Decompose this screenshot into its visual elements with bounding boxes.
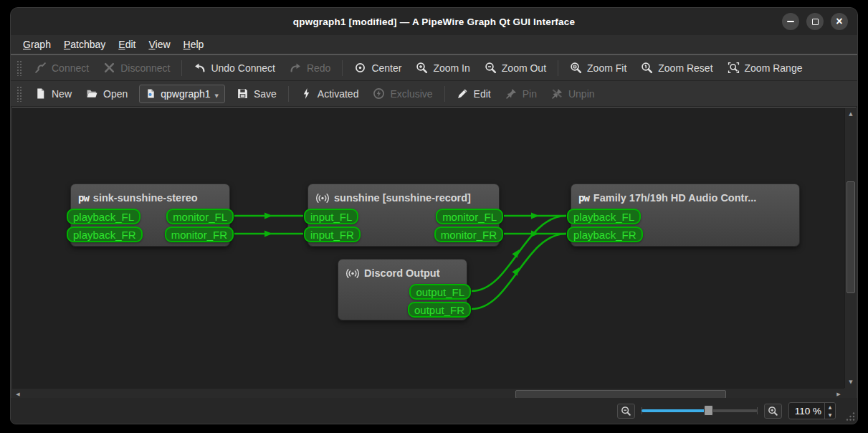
zoom-out-button[interactable]: Zoom Out bbox=[477, 58, 553, 77]
port-playback-fl[interactable]: playback_FL bbox=[567, 209, 641, 224]
scroll-down-button[interactable] bbox=[845, 376, 857, 388]
save-label: Save bbox=[254, 88, 277, 100]
zoom-in-icon bbox=[416, 62, 428, 74]
minimize-button[interactable] bbox=[782, 13, 799, 30]
vertical-scroll-thumb[interactable] bbox=[846, 181, 855, 293]
cable-arrow bbox=[264, 213, 272, 219]
cable-arrow bbox=[531, 213, 539, 219]
statusbar-zoom-out-button[interactable] bbox=[617, 404, 635, 419]
node-title: Discord Output bbox=[364, 267, 440, 279]
new-label: New bbox=[52, 88, 72, 100]
pin-button[interactable]: Pin bbox=[498, 84, 544, 103]
disconnect-icon bbox=[103, 62, 115, 74]
edit-label: Edit bbox=[474, 88, 491, 100]
undo-connect-button[interactable]: Undo Connect bbox=[186, 58, 282, 77]
toolbar-separator bbox=[181, 60, 182, 76]
node-header: Family 17h/19h HD Audio Contr... bbox=[571, 184, 799, 208]
port-playback-fr[interactable]: playback_FR bbox=[567, 227, 643, 242]
slider-track-filled[interactable] bbox=[642, 409, 709, 412]
exclusive-button[interactable]: Exclusive bbox=[366, 84, 439, 103]
patchbay-selector[interactable]: qpwgraph1 bbox=[139, 85, 225, 103]
maximize-button[interactable] bbox=[806, 13, 824, 30]
node-sunshine-record[interactable]: sunshine [sunshine-record] input_FL moni… bbox=[307, 184, 500, 247]
slider-track[interactable] bbox=[709, 409, 758, 412]
patchbay-selector-value: qpwgraph1 bbox=[161, 88, 210, 100]
toolbar-separator bbox=[342, 60, 343, 76]
zoom-reset-icon bbox=[641, 62, 653, 74]
port-output-fr[interactable]: output_FR bbox=[408, 302, 471, 318]
menubar: Graph Patchbay Edit View Help bbox=[11, 35, 857, 54]
pipewire-icon bbox=[578, 192, 589, 204]
titlebar[interactable]: qpwgraph1 [modified] — A PipeWire Graph … bbox=[11, 8, 857, 35]
zoom-in-button[interactable]: Zoom In bbox=[409, 58, 477, 77]
zoom-in-icon bbox=[768, 406, 778, 417]
vertical-scrollbar[interactable] bbox=[844, 108, 856, 388]
menu-graph[interactable]: Graph bbox=[16, 37, 57, 52]
connect-button[interactable]: Connect bbox=[27, 58, 96, 77]
unpin-label: Unpin bbox=[568, 88, 595, 100]
new-button[interactable]: New bbox=[27, 84, 79, 103]
exclusive-bolt-icon bbox=[373, 87, 385, 100]
graph-canvas[interactable]: sink-sunshine-stereo playback_FL monitor… bbox=[12, 107, 856, 399]
pin-icon bbox=[505, 87, 518, 100]
zoom-slider-handle[interactable] bbox=[704, 405, 713, 416]
edit-button[interactable]: Edit bbox=[449, 84, 498, 103]
zoom-fit-button[interactable]: Zoom Fit bbox=[563, 58, 634, 77]
disconnect-button[interactable]: Disconnect bbox=[96, 58, 177, 77]
scroll-up-button[interactable] bbox=[845, 108, 857, 120]
unpin-button[interactable]: Unpin bbox=[544, 84, 602, 103]
menu-view[interactable]: View bbox=[142, 37, 176, 52]
redo-button[interactable]: Redo bbox=[282, 58, 338, 77]
zoom-reset-button[interactable]: Zoom Reset bbox=[634, 58, 720, 77]
disconnect-label: Disconnect bbox=[120, 62, 170, 74]
port-playback-fr[interactable]: playback_FR bbox=[67, 227, 143, 242]
port-monitor-fr[interactable]: monitor_FR bbox=[165, 227, 234, 242]
toolbar-main: Connect Disconnect Undo Connect Redo Cen… bbox=[11, 55, 857, 81]
toolbar-drag-handle[interactable] bbox=[16, 60, 22, 76]
menu-edit[interactable]: Edit bbox=[112, 37, 142, 52]
port-output-fl[interactable]: output_FL bbox=[409, 284, 471, 300]
minimize-icon bbox=[787, 21, 794, 22]
save-button[interactable]: Save bbox=[229, 84, 284, 103]
node-title: Family 17h/19h HD Audio Contr... bbox=[593, 192, 756, 204]
open-button[interactable]: Open bbox=[79, 84, 135, 103]
zoom-out-label: Zoom Out bbox=[502, 62, 546, 74]
close-button[interactable] bbox=[831, 13, 848, 30]
redo-label: Redo bbox=[307, 62, 330, 74]
port-input-fr[interactable]: input_FR bbox=[304, 227, 361, 242]
node-discord-output[interactable]: Discord Output output_FL output_FR bbox=[338, 259, 467, 320]
close-icon bbox=[836, 15, 842, 28]
port-monitor-fl[interactable]: monitor_FL bbox=[436, 209, 503, 224]
statusbar-zoom-in-button[interactable] bbox=[764, 404, 782, 419]
graph-view[interactable]: sink-sunshine-stereo playback_FL monitor… bbox=[12, 108, 844, 388]
window-title: qpwgraph1 [modified] — A PipeWire Graph … bbox=[293, 16, 575, 27]
zoom-spin-up-button[interactable] bbox=[825, 403, 835, 411]
center-button[interactable]: Center bbox=[347, 58, 409, 77]
resize-grip[interactable] bbox=[845, 411, 855, 422]
port-playback-fl[interactable]: playback_FL bbox=[67, 209, 140, 224]
zoom-spin-down-button[interactable] bbox=[825, 411, 835, 419]
menu-help[interactable]: Help bbox=[177, 37, 211, 52]
node-sink-sunshine-stereo[interactable]: sink-sunshine-stereo playback_FL monitor… bbox=[70, 184, 230, 247]
port-monitor-fl[interactable]: monitor_FL bbox=[166, 209, 234, 224]
pipewire-icon bbox=[78, 192, 89, 204]
activated-button[interactable]: Activated bbox=[293, 84, 366, 103]
menu-patchbay[interactable]: Patchbay bbox=[57, 37, 112, 52]
cable-arrow bbox=[512, 265, 522, 275]
toolbar-drag-handle[interactable] bbox=[16, 86, 22, 102]
node-family-hd-audio[interactable]: Family 17h/19h HD Audio Contr... playbac… bbox=[571, 184, 800, 247]
toolbar-patchbay: New Open qpwgraph1 Save Activated Exclus… bbox=[11, 81, 857, 107]
port-monitor-fr[interactable]: monitor_FR bbox=[434, 227, 503, 242]
zoom-spinbox[interactable]: 110 % bbox=[788, 402, 836, 419]
zoom-range-label: Zoom Range bbox=[745, 62, 803, 74]
cable-arrow bbox=[531, 231, 539, 237]
zoom-range-button[interactable]: Zoom Range bbox=[720, 58, 810, 77]
port-input-fl[interactable]: input_FL bbox=[304, 209, 358, 224]
edit-pencil-icon bbox=[457, 87, 469, 100]
zoom-slider[interactable] bbox=[642, 404, 758, 417]
connect-icon bbox=[34, 62, 47, 74]
node-title: sunshine [sunshine-record] bbox=[334, 192, 471, 204]
zoom-range-icon bbox=[728, 62, 740, 74]
center-label: Center bbox=[371, 62, 401, 74]
patchbay-file-icon bbox=[146, 88, 156, 99]
